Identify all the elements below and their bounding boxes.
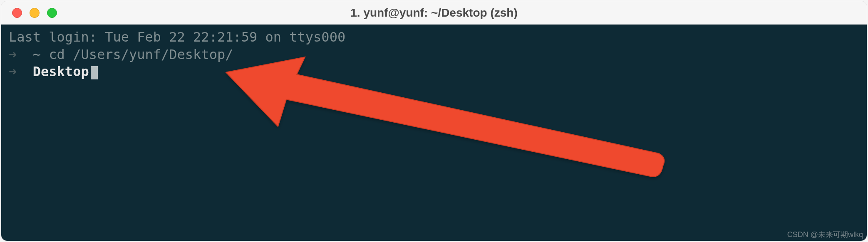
terminal-body[interactable]: Last login: Tue Feb 22 22:21:59 on ttys0… bbox=[1, 25, 867, 241]
maximize-icon[interactable] bbox=[47, 8, 57, 18]
prompt-context: ~ bbox=[33, 47, 41, 62]
watermark: CSDN @未来可期wlkq bbox=[787, 230, 863, 240]
minimize-icon[interactable] bbox=[30, 8, 40, 18]
close-icon[interactable] bbox=[12, 8, 22, 18]
cursor bbox=[91, 66, 98, 79]
prompt-arrow-icon: ➜ bbox=[9, 47, 17, 62]
command-text: cd /Users/yunf/Desktop/ bbox=[49, 47, 233, 62]
window-title: 1. yunf@yunf: ~/Desktop (zsh) bbox=[1, 6, 867, 20]
prompt-line-2: ➜ Desktop bbox=[9, 63, 859, 81]
titlebar: 1. yunf@yunf: ~/Desktop (zsh) bbox=[1, 1, 867, 25]
prompt-arrow-icon: ➜ bbox=[9, 64, 17, 79]
traffic-lights bbox=[1, 8, 57, 18]
prompt-context: Desktop bbox=[33, 64, 89, 79]
terminal-window: 1. yunf@yunf: ~/Desktop (zsh) Last login… bbox=[1, 1, 867, 241]
last-login-line: Last login: Tue Feb 22 22:21:59 on ttys0… bbox=[9, 29, 859, 46]
prompt-line-1: ➜ ~ cd /Users/yunf/Desktop/ bbox=[9, 46, 859, 64]
